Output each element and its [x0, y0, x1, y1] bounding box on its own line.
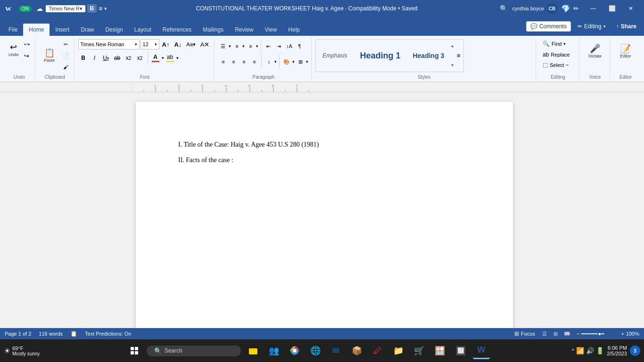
align-left-btn[interactable]: ≡ — [218, 57, 228, 66]
styles-scroll-down[interactable]: ▼ — [450, 63, 454, 67]
undo-history-btn[interactable]: ↩▾ — [22, 39, 32, 49]
close-button[interactable]: ✕ — [621, 0, 640, 17]
tab-view[interactable]: View — [259, 24, 283, 36]
focus-label[interactable]: Focus — [521, 331, 535, 337]
taskbar-word[interactable]: W — [473, 342, 490, 359]
strikethrough-button[interactable]: ab — [112, 53, 123, 63]
zoom-minus-btn[interactable]: − — [577, 331, 579, 337]
font-size-selector[interactable]: 12 ▾ — [140, 39, 159, 49]
clear-format-btn[interactable]: A✕ — [198, 39, 212, 49]
rewards-icon[interactable]: 💎 — [561, 4, 570, 13]
tab-design[interactable]: Design — [99, 24, 128, 36]
undo-button[interactable]: ↩ Undo — [7, 41, 21, 59]
sort-btn[interactable]: ↕A — [284, 41, 294, 51]
replace-button[interactable]: ab Replace — [540, 50, 573, 59]
titlebar-font-display[interactable]: Times New R ▾ — [46, 5, 85, 12]
reading-view-btn[interactable]: 📖 — [562, 330, 572, 337]
editing-button[interactable]: ✏ Editing ▾ — [574, 22, 610, 31]
restore-button[interactable]: ⬜ — [603, 0, 621, 17]
taskbar-file-explorer[interactable] — [245, 342, 262, 359]
weather-widget[interactable]: ☀ 69°F Mostly sunny — [4, 346, 40, 356]
decrease-indent-btn[interactable]: ⇤ — [264, 41, 273, 51]
font-grow-btn[interactable]: A↑ — [160, 39, 172, 49]
style-heading3[interactable]: Heading 3 — [406, 44, 450, 67]
notification-badge[interactable]: 3 — [630, 346, 640, 356]
dictate-button[interactable]: 🎤 Dictate — [583, 39, 607, 64]
tab-review[interactable]: Review — [229, 24, 259, 36]
doc-line-1[interactable]: I. Title of the Case: Haig v. Agee 453 U… — [178, 140, 471, 149]
titlebar-search-icon[interactable]: 🔍 — [500, 5, 508, 12]
document-area[interactable]: I. Title of the Case: Haig v. Agee 453 U… — [9, 92, 639, 328]
customize-icon[interactable]: ✏ — [573, 5, 579, 12]
font-name-selector[interactable]: Times New Roman ▾ — [78, 39, 140, 49]
borders-dropdown[interactable]: ▾ — [306, 59, 308, 64]
redo-btn[interactable]: ↪ — [22, 50, 32, 61]
battery-icon[interactable]: 🔋 — [596, 347, 604, 354]
show-formatting-btn[interactable]: ¶ — [295, 41, 304, 51]
start-button[interactable] — [126, 342, 143, 359]
underline-button[interactable]: U▾ — [101, 53, 111, 63]
highlight-btn[interactable]: ab — [165, 53, 175, 63]
taskbar-edge[interactable]: 🌐 — [307, 342, 324, 359]
volume-icon[interactable]: 🔊 — [586, 347, 594, 354]
zoom-slider[interactable]: ━━━━━●━ — [581, 331, 619, 337]
taskbar-teams[interactable]: 👥 — [265, 342, 282, 359]
style-emphasis[interactable]: Emphasis — [316, 44, 354, 67]
cut-button[interactable]: ✂ — [61, 39, 71, 49]
bullets-dropdown[interactable]: ▾ — [229, 44, 231, 49]
style-heading1[interactable]: Heading 1 — [354, 44, 406, 67]
italic-button[interactable]: I — [90, 53, 100, 63]
multilevel-dropdown[interactable]: ▾ — [256, 44, 258, 49]
tray-chevron-icon[interactable]: ^ — [572, 348, 574, 354]
share-button[interactable]: ↑ Share — [612, 22, 640, 31]
taskbar-amazon[interactable]: 🛒 — [411, 342, 428, 359]
taskbar-dropbox[interactable]: 📦 — [348, 342, 365, 359]
titlebar-bold-btn[interactable]: B — [87, 4, 97, 13]
doc-line-2[interactable]: II. Facts of the case : — [178, 155, 471, 165]
styles-scroll-up[interactable]: ▲ — [450, 44, 454, 48]
cloud-save-icon[interactable]: ☁ — [36, 5, 43, 12]
justify-btn[interactable]: ≡ — [249, 57, 259, 66]
tab-draw[interactable]: Draw — [75, 24, 99, 36]
web-layout-btn[interactable]: ⊞ — [551, 330, 561, 337]
numbering-btn[interactable]: ≡ — [232, 41, 241, 51]
line-spacing-dropdown[interactable]: ▾ — [274, 59, 277, 64]
network-icon[interactable]: 📶 — [576, 347, 584, 354]
tab-layout[interactable]: Layout — [129, 24, 157, 36]
find-button[interactable]: 🔍 Find ▾ — [540, 39, 569, 49]
comments-button[interactable]: 💬 Comments — [526, 21, 571, 32]
superscript-button[interactable]: x2 — [135, 53, 145, 63]
select-button[interactable]: ⬚ Select ~ — [540, 60, 573, 70]
taskbar-mail[interactable]: ✉ — [328, 342, 345, 359]
numbering-dropdown[interactable]: ▾ — [242, 44, 245, 49]
tab-home[interactable]: Home — [23, 24, 50, 36]
minimize-button[interactable]: — — [584, 0, 603, 17]
bullets-btn[interactable]: ☰ — [218, 41, 228, 51]
tab-mailings[interactable]: Mailings — [197, 24, 229, 36]
tab-help[interactable]: Help — [282, 24, 305, 36]
format-painter-button[interactable]: 🖌 — [61, 62, 71, 72]
zoom-plus-btn[interactable]: + — [621, 331, 624, 337]
taskbar-search[interactable]: 🔍 Search — [147, 346, 241, 356]
borders-btn[interactable]: ⊞ — [296, 57, 305, 66]
font-color-dropdown[interactable]: ▾ — [162, 56, 164, 60]
print-layout-btn[interactable]: ☰ — [540, 330, 549, 337]
font-shrink-btn[interactable]: A↓ — [172, 39, 183, 49]
taskbar-app9[interactable]: 🪟 — [431, 342, 448, 359]
align-center-btn[interactable]: ≡ — [229, 57, 238, 66]
change-case-btn[interactable]: Aa▾ — [184, 39, 197, 49]
shading-btn[interactable]: 🎨 — [282, 57, 291, 66]
highlight-dropdown[interactable]: ▾ — [176, 56, 179, 60]
align-right-btn[interactable]: ≡ — [239, 57, 248, 66]
hamburger-icon[interactable]: ≡ — [99, 5, 102, 12]
tab-insert[interactable]: Insert — [50, 24, 75, 36]
quick-access-dropdown[interactable]: ▾ — [104, 6, 107, 12]
styles-expand-btn[interactable]: ⊞ — [454, 43, 463, 68]
bold-button[interactable]: B — [78, 53, 89, 63]
subscript-button[interactable]: x2 — [124, 53, 134, 63]
multilevel-btn[interactable]: ≡ — [246, 41, 255, 51]
shading-dropdown[interactable]: ▾ — [292, 59, 295, 64]
autosave-toggle[interactable]: ON — [19, 6, 32, 12]
font-color-btn[interactable]: A — [150, 53, 161, 63]
increase-indent-btn[interactable]: ⇥ — [274, 41, 283, 51]
